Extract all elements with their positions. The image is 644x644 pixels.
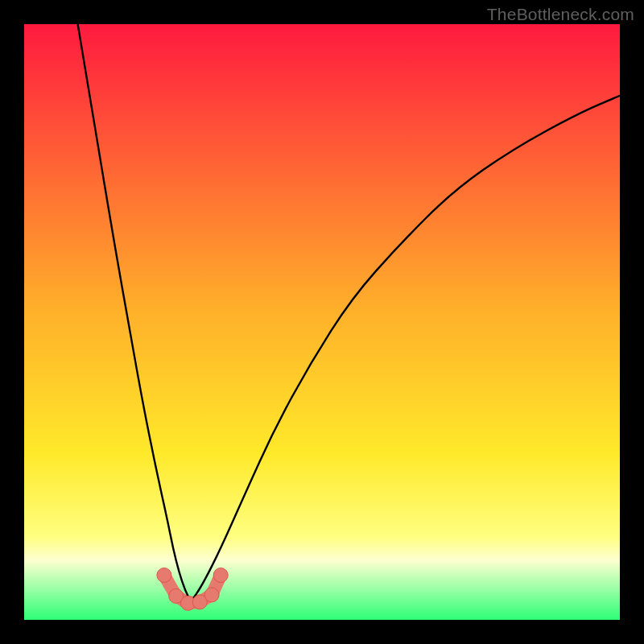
marker-dot bbox=[204, 588, 219, 602]
chart-svg bbox=[24, 24, 620, 620]
watermark-text: TheBottleneck.com bbox=[487, 5, 634, 24]
marker-dot bbox=[213, 568, 228, 583]
outer-frame: TheBottleneck.com bbox=[0, 0, 644, 644]
gradient-bg bbox=[24, 24, 620, 620]
marker-dot bbox=[157, 568, 171, 583]
plot-area bbox=[24, 24, 620, 620]
